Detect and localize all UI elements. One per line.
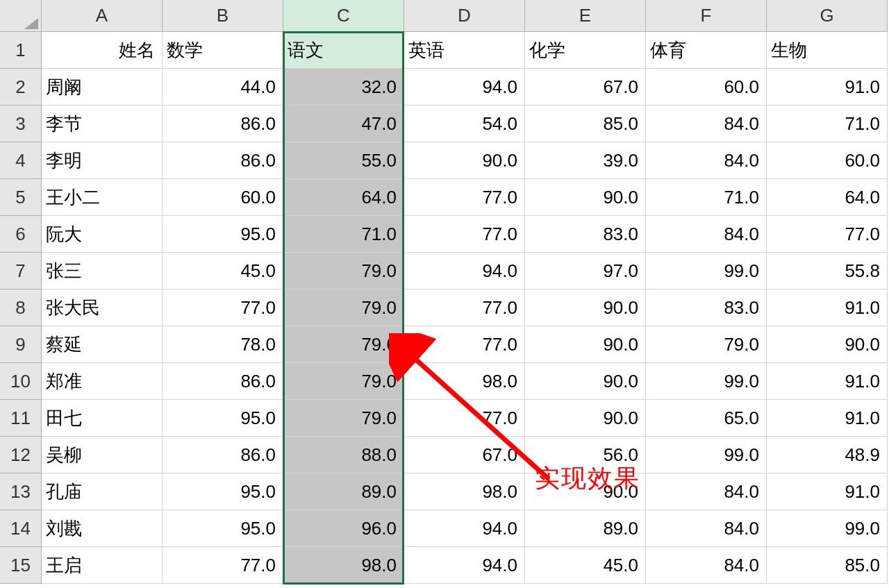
cell-F13[interactable]: 84.0 — [646, 473, 767, 510]
cell-E13[interactable]: 90.0 — [525, 473, 646, 510]
cell-D14[interactable]: 94.0 — [404, 510, 525, 547]
cell-G1[interactable]: 生物 — [767, 32, 888, 69]
cell-E8[interactable]: 90.0 — [525, 289, 646, 326]
row-header-3[interactable]: 3 — [0, 106, 42, 142]
cell-E15[interactable]: 45.0 — [525, 547, 646, 584]
cell-F5[interactable]: 71.0 — [646, 179, 767, 216]
cell-B11[interactable]: 95.0 — [163, 400, 283, 437]
cell-D10[interactable]: 98.0 — [404, 363, 525, 400]
cell-A14[interactable]: 刘戡 — [42, 510, 163, 547]
cell-G15[interactable]: 85.0 — [767, 547, 888, 584]
cell-C10[interactable]: 79.0 — [283, 363, 404, 400]
cell-C5[interactable]: 64.0 — [283, 179, 404, 216]
cell-E3[interactable]: 85.0 — [525, 106, 646, 142]
cell-A9[interactable]: 蔡延 — [42, 326, 163, 363]
cell-A10[interactable]: 郑准 — [42, 363, 163, 400]
select-all-corner[interactable] — [0, 0, 42, 32]
cell-C3[interactable]: 47.0 — [283, 106, 404, 142]
cell-A1[interactable]: 姓名 — [42, 32, 163, 69]
cell-C1[interactable]: 语文 — [283, 32, 404, 69]
row-header-9[interactable]: 9 — [0, 326, 42, 363]
row-header-12[interactable]: 12 — [0, 437, 42, 473]
cell-F12[interactable]: 99.0 — [646, 437, 767, 473]
cell-G2[interactable]: 91.0 — [767, 69, 888, 106]
cell-G5[interactable]: 64.0 — [767, 179, 888, 216]
cell-F6[interactable]: 84.0 — [646, 216, 767, 253]
cell-G11[interactable]: 91.0 — [767, 400, 888, 437]
cell-A3[interactable]: 李节 — [42, 106, 163, 142]
cell-D9[interactable]: 77.0 — [404, 326, 525, 363]
cell-D3[interactable]: 54.0 — [404, 106, 525, 142]
cell-B1[interactable]: 数学 — [163, 32, 283, 69]
cell-C13[interactable]: 89.0 — [283, 473, 404, 510]
cell-B7[interactable]: 45.0 — [163, 253, 283, 289]
cell-B8[interactable]: 77.0 — [163, 289, 283, 326]
row-header-4[interactable]: 4 — [0, 142, 42, 179]
cell-E9[interactable]: 90.0 — [525, 326, 646, 363]
column-header-G[interactable]: G — [767, 0, 888, 32]
cell-G13[interactable]: 91.0 — [767, 473, 888, 510]
cell-B5[interactable]: 60.0 — [163, 179, 283, 216]
cell-F15[interactable]: 84.0 — [646, 547, 767, 584]
cell-C15[interactable]: 98.0 — [283, 547, 404, 584]
cell-C2[interactable]: 32.0 — [283, 69, 404, 106]
cell-D15[interactable]: 94.0 — [404, 547, 525, 584]
cell-D4[interactable]: 90.0 — [404, 142, 525, 179]
cell-A2[interactable]: 周阚 — [42, 69, 163, 106]
row-header-1[interactable]: 1 — [0, 32, 42, 69]
cell-B12[interactable]: 86.0 — [163, 437, 283, 473]
cell-A15[interactable]: 王启 — [42, 547, 163, 584]
column-header-A[interactable]: A — [42, 0, 163, 32]
cell-B2[interactable]: 44.0 — [163, 69, 283, 106]
cell-B6[interactable]: 95.0 — [163, 216, 283, 253]
cell-D11[interactable]: 77.0 — [404, 400, 525, 437]
cell-E5[interactable]: 90.0 — [525, 179, 646, 216]
cell-A8[interactable]: 张大民 — [42, 289, 163, 326]
column-header-C[interactable]: C — [283, 0, 404, 32]
cell-E7[interactable]: 97.0 — [525, 253, 646, 289]
cell-F10[interactable]: 99.0 — [646, 363, 767, 400]
cell-D5[interactable]: 77.0 — [404, 179, 525, 216]
row-header-11[interactable]: 11 — [0, 400, 42, 437]
cell-E10[interactable]: 90.0 — [525, 363, 646, 400]
cell-F1[interactable]: 体育 — [646, 32, 767, 69]
cell-D2[interactable]: 94.0 — [404, 69, 525, 106]
cell-E1[interactable]: 化学 — [525, 32, 646, 69]
column-header-B[interactable]: B — [163, 0, 283, 32]
cell-D8[interactable]: 77.0 — [404, 289, 525, 326]
cell-C11[interactable]: 79.0 — [283, 400, 404, 437]
cell-C9[interactable]: 79.0 — [283, 326, 404, 363]
cell-B4[interactable]: 86.0 — [163, 142, 283, 179]
cell-F2[interactable]: 60.0 — [646, 69, 767, 106]
cell-E2[interactable]: 67.0 — [525, 69, 646, 106]
cell-E11[interactable]: 90.0 — [525, 400, 646, 437]
cell-D7[interactable]: 94.0 — [404, 253, 525, 289]
cell-B14[interactable]: 95.0 — [163, 510, 283, 547]
cell-G8[interactable]: 91.0 — [767, 289, 888, 326]
row-header-15[interactable]: 15 — [0, 547, 42, 584]
cell-A13[interactable]: 孔庙 — [42, 473, 163, 510]
cell-D1[interactable]: 英语 — [404, 32, 525, 69]
cell-G12[interactable]: 48.9 — [767, 437, 888, 473]
cell-A11[interactable]: 田七 — [42, 400, 163, 437]
cell-E12[interactable]: 56.0 — [525, 437, 646, 473]
row-header-13[interactable]: 13 — [0, 473, 42, 510]
cell-F14[interactable]: 84.0 — [646, 510, 767, 547]
cell-F11[interactable]: 65.0 — [646, 400, 767, 437]
cell-E6[interactable]: 83.0 — [525, 216, 646, 253]
cell-B13[interactable]: 95.0 — [163, 473, 283, 510]
cell-A6[interactable]: 阮大 — [42, 216, 163, 253]
row-header-14[interactable]: 14 — [0, 510, 42, 547]
row-header-5[interactable]: 5 — [0, 179, 42, 216]
cell-F7[interactable]: 99.0 — [646, 253, 767, 289]
cell-B15[interactable]: 77.0 — [163, 547, 283, 584]
column-header-F[interactable]: F — [646, 0, 767, 32]
cell-D12[interactable]: 67.0 — [404, 437, 525, 473]
cell-G7[interactable]: 55.8 — [767, 253, 888, 289]
cell-C7[interactable]: 79.0 — [283, 253, 404, 289]
cell-B10[interactable]: 86.0 — [163, 363, 283, 400]
column-header-D[interactable]: D — [404, 0, 525, 32]
cell-G9[interactable]: 90.0 — [767, 326, 888, 363]
cell-F8[interactable]: 83.0 — [646, 289, 767, 326]
row-header-2[interactable]: 2 — [0, 69, 42, 106]
